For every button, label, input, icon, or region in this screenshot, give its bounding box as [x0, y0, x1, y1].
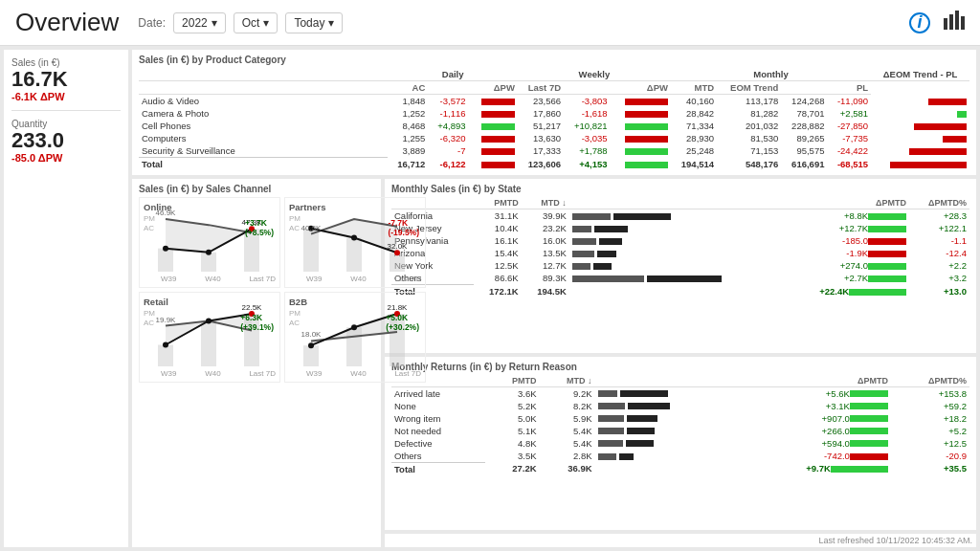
svg-rect-29 — [346, 327, 362, 366]
monthly-returns-panel: Monthly Returns (in €) by Return Reason … — [385, 357, 976, 531]
chevron-down-icon: ▾ — [328, 16, 334, 30]
svg-text:19.9K: 19.9K — [156, 316, 177, 324]
product-table-title: Sales (in €) by Product Category — [139, 55, 969, 65]
svg-rect-13 — [346, 238, 362, 272]
kpi-sales-value: 16.7K — [11, 68, 121, 91]
svg-rect-5 — [201, 253, 216, 272]
chart-icon[interactable] — [942, 9, 965, 36]
returns-title: Monthly Returns (in €) by Return Reason — [391, 362, 969, 372]
channel-retail: Retail PM AC 19.9K 22.5K +6.3K(+39.1%) W… — [139, 292, 280, 383]
state-title: Monthly Sales (in €) by State — [391, 184, 969, 194]
svg-rect-20 — [158, 345, 173, 367]
kpi-quantity-delta: -85.0 ΔPW — [11, 152, 121, 164]
chevron-down-icon: ▾ — [212, 16, 217, 30]
channel-b2b: B2B PM AC 18.0K 21.8K +5.0K(+30.2%) W39W… — [284, 292, 426, 383]
kpi-quantity-value: 233.0 — [11, 129, 121, 152]
svg-text:40.5K: 40.5K — [301, 224, 323, 232]
svg-rect-3 — [961, 16, 965, 30]
svg-rect-21 — [201, 321, 216, 367]
svg-rect-28 — [303, 345, 319, 366]
svg-point-32 — [351, 324, 357, 330]
year-select[interactable]: 2022 ▾ — [173, 12, 226, 33]
svg-text:32.0K: 32.0K — [388, 242, 409, 251]
product-category-panel: Sales (in €) by Product Category Daily W… — [132, 50, 976, 175]
svg-point-24 — [206, 319, 212, 324]
sales-channel-panel: Sales (in €) by Sales Channel Online PM … — [132, 179, 381, 547]
svg-point-8 — [206, 250, 212, 255]
svg-text:22.5K: 22.5K — [242, 303, 263, 312]
kpi-sales-delta: -6.1K ΔPW — [11, 91, 121, 102]
info-icon[interactable]: i — [909, 12, 930, 33]
monthly-state-panel: Monthly Sales (in €) by State PMTDMTD ↓Δ… — [385, 179, 976, 353]
footer: Last refreshed 10/11/2022 10:45:32 AM. — [385, 534, 976, 547]
svg-text:46.9K: 46.9K — [156, 209, 177, 217]
kpi-quantity: Quantity 233.0 -85.0 ΔPW — [11, 119, 121, 164]
month-select[interactable]: Oct ▾ — [234, 12, 278, 33]
page-title: Overview — [15, 8, 119, 37]
date-label: Date: — [138, 16, 166, 30]
period-select[interactable]: Today ▾ — [285, 12, 343, 33]
kpi-panel: Sales (in €) 16.7K -6.1K ΔPW Quantity 23… — [4, 50, 128, 547]
channel-online: Online PM AC 46.9K 47.3K +3.7K(+8.5%) W3… — [139, 197, 280, 288]
svg-point-31 — [308, 342, 314, 348]
channel-partners: Partners PM AC 40.5K 32.0K -7.7K(-19.5%) — [284, 197, 426, 288]
svg-rect-0 — [944, 18, 947, 30]
svg-point-16 — [351, 235, 357, 241]
svg-rect-12 — [303, 229, 319, 272]
svg-point-7 — [163, 246, 168, 252]
chevron-down-icon: ▾ — [263, 16, 269, 30]
kpi-sales: Sales (in €) 16.7K -6.1K ΔPW — [11, 57, 121, 102]
svg-point-23 — [163, 342, 168, 348]
svg-text:21.8K: 21.8K — [388, 303, 409, 312]
sales-channel-title: Sales (in €) by Sales Channel — [139, 184, 374, 194]
svg-rect-2 — [955, 11, 959, 30]
svg-text:18.0K: 18.0K — [301, 330, 323, 339]
svg-rect-1 — [949, 14, 953, 30]
svg-rect-4 — [158, 249, 173, 272]
